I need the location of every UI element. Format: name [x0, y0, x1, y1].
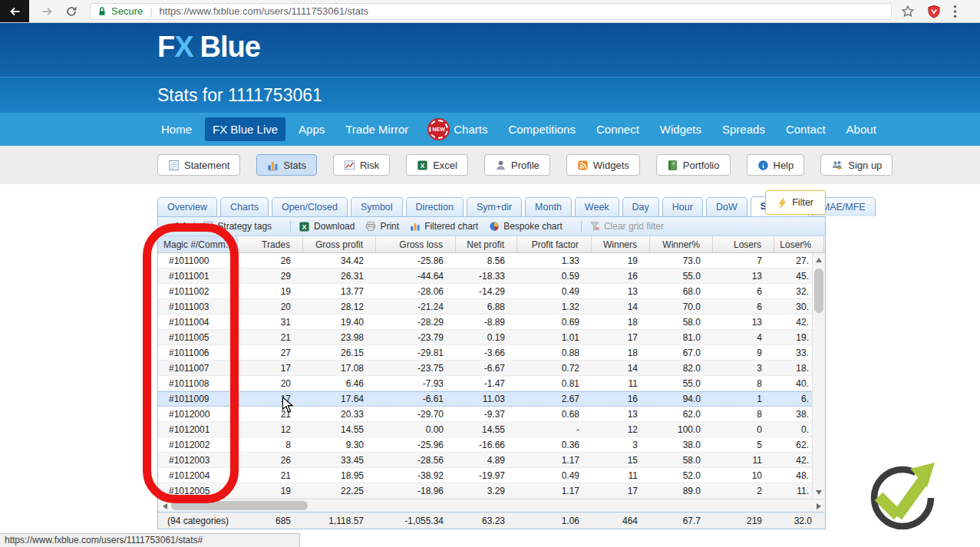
browser-forward-button[interactable]	[41, 5, 54, 18]
nav-item-connect[interactable]: Connect	[589, 117, 647, 141]
cell: -6.61	[376, 392, 456, 406]
cell: 5	[713, 437, 774, 452]
widgets-button[interactable]: Widgets	[566, 154, 640, 176]
cell: 26.15	[303, 345, 376, 360]
tab-charts[interactable]: Charts	[220, 197, 269, 216]
totals-cell: 1,118.57	[303, 512, 376, 529]
statement-button[interactable]: Statement	[157, 154, 240, 176]
tab-hour[interactable]: Hour	[662, 197, 703, 216]
sign-up-button[interactable]: Sign up	[820, 154, 893, 176]
cell: 29	[238, 269, 303, 283]
vertical-scrollbar[interactable]	[812, 253, 825, 499]
nav-item-apps[interactable]: Apps	[291, 117, 332, 141]
column-header-magic-comm[interactable]: Magic #/Comm...	[158, 236, 238, 252]
tab-week[interactable]: Week	[575, 197, 619, 216]
table-row[interactable]: #10120051922.25-18.963.291.171789.0211.	[158, 483, 825, 499]
filtered-chart-button[interactable]: Filtered chart	[410, 221, 478, 232]
scroll-left-button[interactable]	[158, 499, 171, 512]
tab-day[interactable]: Day	[622, 197, 659, 216]
table-row[interactable]: #1011008206.46-7.93-1.470.811155.0840.	[158, 376, 825, 391]
tab-symbol[interactable]: Symbol	[351, 197, 403, 216]
nav-item-charts[interactable]: NEWCharts	[421, 114, 495, 144]
tab-overview[interactable]: Overview	[157, 197, 217, 216]
nav-item-home[interactable]: Home	[153, 117, 200, 141]
profile-button[interactable]: Profile	[484, 154, 550, 176]
browser-back-button[interactable]	[0, 0, 29, 22]
toolbar-item-label: Bespoke chart	[503, 221, 563, 232]
tab-dow[interactable]: DoW	[706, 197, 747, 216]
column-header-net-profit[interactable]: Net profit	[456, 236, 517, 252]
cell: 21	[238, 330, 303, 344]
cell: 67.0	[650, 345, 713, 360]
cell: #1011006	[158, 345, 238, 360]
table-row[interactable]: #10110071717.08-23.75-6.670.721482.0318.	[158, 361, 825, 376]
toolbar-partial-label: nly)	[170, 221, 186, 232]
portfolio-button[interactable]: Portfolio	[656, 154, 731, 176]
nav-item-trade-mirror[interactable]: Trade Mirror	[338, 117, 416, 141]
stats-grid: nly) Strategy tagsXDownloadPrintFiltered…	[157, 216, 826, 529]
table-row[interactable]: #10110012926.31-44.64-18.330.591655.0134…	[158, 269, 825, 284]
cell: 58.0	[650, 453, 713, 467]
tab-direction[interactable]: Direction	[406, 197, 464, 216]
column-header-losers[interactable]: Losers	[713, 236, 774, 252]
table-row[interactable]: #10110091717.64-6.6111.032.671694.016.	[158, 391, 825, 407]
nav-item-contact[interactable]: Contact	[778, 117, 833, 141]
table-row[interactable]: #10110062726.15-29.81-3.660.881867.0933.	[158, 345, 825, 361]
nav-item-widgets[interactable]: Widgets	[652, 117, 709, 141]
cell: -25.86	[376, 253, 456, 268]
table-row[interactable]: #10110052123.98-23.790.191.011781.0419.	[158, 330, 825, 345]
address-bar[interactable]: Secure | https://www.fxblue.com/users/11…	[90, 3, 892, 20]
nav-item-competitions[interactable]: Competitions	[500, 117, 583, 141]
fxblue-logo[interactable]: FXBlue	[0, 23, 980, 64]
bookmark-star-icon[interactable]	[901, 5, 915, 18]
cell: 18	[592, 315, 650, 329]
tab-month[interactable]: Month	[525, 197, 572, 216]
column-header-loser[interactable]: Loser%	[774, 236, 824, 252]
browser-reload-button[interactable]	[65, 5, 78, 18]
horizontal-scrollbar[interactable]	[158, 499, 825, 512]
excel-button[interactable]: XExcel	[406, 154, 468, 176]
nav-item-fx-blue-live[interactable]: FX Blue Live	[205, 117, 285, 141]
scroll-up-button[interactable]	[813, 253, 825, 266]
column-header-gross-profit[interactable]: Gross profit	[303, 236, 376, 252]
shield-extension-icon[interactable]	[927, 5, 941, 18]
filter-button[interactable]: Filter	[765, 190, 826, 215]
column-header-winners[interactable]: Winners	[592, 236, 650, 252]
table-row[interactable]: #10110002634.42-25.868.561.331973.0727.	[158, 253, 825, 269]
print-button[interactable]: Print	[365, 221, 399, 232]
bespoke-chart-button[interactable]: Bespoke chart	[489, 221, 563, 232]
table-row[interactable]: #10110043119.40-28.29-8.890.691858.01342…	[158, 315, 825, 330]
table-row[interactable]: #101200289.30-25.96-16.660.36338.0562.	[158, 437, 825, 453]
cell: 13	[713, 315, 774, 329]
horizontal-scroll-thumb[interactable]	[171, 501, 308, 510]
totals-cell: 63.23	[456, 512, 517, 529]
download-button[interactable]: XDownload	[299, 221, 355, 232]
risk-button[interactable]: Risk	[333, 154, 390, 176]
table-row[interactable]: #10120032633.45-28.564.891.171558.01142.	[158, 453, 825, 468]
scroll-down-button[interactable]	[813, 486, 825, 499]
help-button[interactable]: iHelp	[747, 154, 805, 176]
strategy-tags-button[interactable]: Strategy tags	[203, 221, 272, 232]
scroll-right-button[interactable]	[812, 499, 825, 512]
tab-open-closed[interactable]: Open/Closed	[272, 197, 348, 216]
vertical-scroll-thumb[interactable]	[814, 269, 823, 313]
cell: 17	[592, 330, 650, 344]
table-row[interactable]: #10120011214.550.0014.55-12100.000.	[158, 422, 825, 437]
table-row[interactable]: #10110021913.77-28.06-14.290.491368.0632…	[158, 284, 825, 299]
column-header-trades[interactable]: Trades	[238, 236, 303, 252]
column-header-profit-factor[interactable]: Profit factor	[517, 236, 592, 252]
column-header-gross-loss[interactable]: Gross loss	[376, 236, 456, 252]
nav-item-about[interactable]: About	[839, 117, 884, 141]
column-header-winner[interactable]: Winner%	[650, 236, 713, 252]
stats-button[interactable]: Stats	[256, 154, 317, 176]
clear-grid-filter-button[interactable]: Clear grid filter	[589, 221, 664, 232]
browser-toolbar: Secure | https://www.fxblue.com/users/11…	[0, 0, 980, 23]
nav-item-spreads[interactable]: Spreads	[714, 117, 773, 141]
table-row[interactable]: #10120042118.95-38.92-19.970.491152.0104…	[158, 468, 825, 483]
table-row[interactable]: #10110032028.12-21.246.881.321470.0630.	[158, 299, 825, 315]
tab-sym-dir[interactable]: Sym+dir	[467, 197, 522, 216]
table-row[interactable]: #10120002120.33-29.70-9.370.681362.0838.	[158, 407, 825, 422]
nav-item-label: Widgets	[660, 123, 701, 136]
cell: 22.25	[303, 483, 376, 498]
browser-menu-icon[interactable]	[953, 5, 957, 18]
